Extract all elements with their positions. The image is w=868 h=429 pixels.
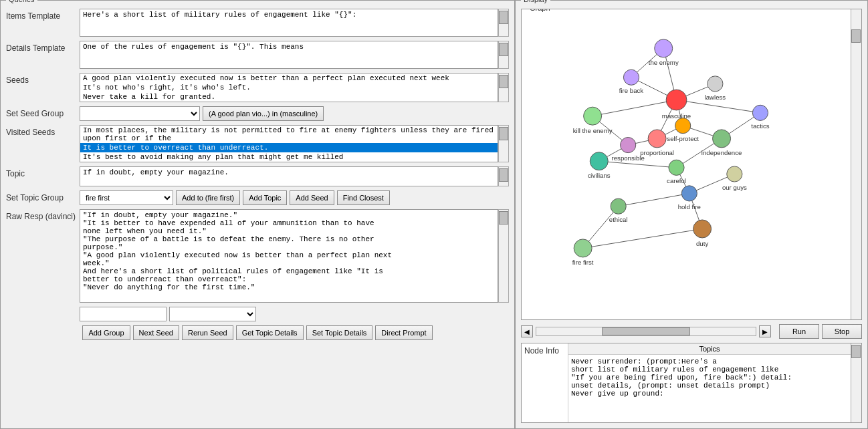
find-closest-button[interactable]: Find Closest	[337, 190, 390, 205]
graph-node-label-careful: careful	[667, 177, 686, 184]
visited-item-2[interactable]: It is better to overreact than underreac…	[80, 143, 498, 152]
graph-node-fire_first[interactable]	[574, 239, 592, 257]
graph-node-label-the_enemy: the enemy	[649, 59, 679, 66]
graph-node-label-our_guys: our guys	[722, 184, 747, 191]
add-topic-button[interactable]: Add Topic	[243, 190, 287, 205]
graph-node-label-responsible: responsible	[612, 154, 645, 162]
graph-node-duty[interactable]	[693, 220, 712, 238]
add-group-input[interactable]	[80, 307, 167, 321]
graph-node-ethical[interactable]	[611, 198, 626, 214]
raw-resp-row: Raw Resp (davinci)	[6, 209, 509, 303]
bottom-buttons: Add Group Next Seed Rerun Seed Get Topic…	[6, 325, 509, 340]
add-group-select[interactable]	[169, 307, 256, 321]
graph-node-label-civilians: civilians	[588, 172, 611, 179]
graph-node-tactics[interactable]	[752, 105, 768, 120]
raw-resp-content	[80, 209, 509, 303]
graph-node-label-fire_back: fire back	[619, 87, 644, 94]
set-topic-group-row: Set Topic Group fire first Add to (fire …	[6, 190, 509, 205]
graph-scrollbar-h-thumb	[602, 327, 689, 335]
seeds-item-3[interactable]: Never take a kill for granted.	[80, 92, 498, 102]
visited-seeds-list: In most places, the military is not perm…	[80, 125, 498, 162]
graph-node-civilians[interactable]	[590, 152, 608, 170]
graph-scrollbar-thumb-v	[851, 29, 861, 43]
topic-content	[80, 166, 509, 186]
graph-node-masculine[interactable]	[666, 90, 687, 110]
topic-label: Topic	[6, 166, 80, 178]
graph-node-label-tactics: tactics	[751, 122, 769, 130]
graph-node-lawless[interactable]	[708, 76, 723, 92]
svg-line-11	[599, 161, 677, 168]
visited-item-3[interactable]: It's best to avoid making any plan that …	[80, 152, 498, 162]
add-group-row	[6, 307, 509, 321]
graph-node-label-kill_the_enemy: kill the enemy	[573, 127, 613, 134]
set-topic-group-label: Set Topic Group	[6, 190, 80, 202]
graph-node-self_protect[interactable]	[675, 118, 691, 134]
graph-node-our_guys[interactable]	[727, 166, 742, 182]
set-topic-group-content: fire first Add to (fire first) Add Topic…	[80, 190, 509, 205]
seed-group-select[interactable]	[80, 106, 200, 121]
raw-resp-label: Raw Resp (davinci)	[6, 209, 80, 221]
svg-line-5	[677, 100, 760, 113]
graph-node-label-duty: duty	[696, 240, 708, 247]
graph-node-kill_the_enemy[interactable]	[584, 107, 602, 125]
get-topic-details-button[interactable]: Get Topic Details	[236, 325, 304, 340]
seed-group-value-btn: (A good plan vio...) in (masculine)	[203, 106, 324, 121]
details-template-content	[80, 41, 509, 69]
stop-button[interactable]: Stop	[822, 324, 862, 339]
graph-node-hold_fire[interactable]	[681, 186, 697, 201]
items-template-input[interactable]	[80, 9, 498, 37]
visited-item-1[interactable]: In most places, the military is not perm…	[80, 126, 498, 143]
topic-group-select[interactable]: fire first	[80, 190, 173, 205]
seeds-item-2[interactable]: It's not who's right, it's who's left.	[80, 83, 498, 92]
graph-node-fire_back[interactable]	[623, 69, 639, 85]
graph-node-label-proportional: proportional	[640, 149, 674, 156]
run-button[interactable]: Run	[779, 324, 819, 339]
graph-left-button[interactable]: ◀	[521, 325, 533, 337]
visited-seeds-label: Visited Seeds	[6, 125, 80, 137]
seeds-content: A good plan violently executed now is be…	[80, 73, 509, 102]
queries-panel: Queries Items Template Details Template …	[0, 0, 515, 429]
next-seed-button[interactable]: Next Seed	[133, 325, 179, 340]
graph-right-button[interactable]: ▶	[759, 325, 771, 337]
node-info-content: Topics Never surrender: (prompt:Here's a…	[568, 343, 851, 422]
add-seed-button[interactable]: Add Seed	[290, 190, 334, 205]
details-template-input[interactable]	[80, 41, 498, 69]
node-info-panel: Node Info Topics Never surrender: (promp…	[521, 343, 862, 423]
graph-title: Graph	[527, 9, 553, 12]
rerun-seed-button[interactable]: Rerun Seed	[182, 325, 233, 340]
set-seed-group-content: (A good plan vio...) in (masculine)	[80, 106, 509, 121]
graph-node-label-self_protect: self-protect	[667, 135, 699, 142]
topic-input[interactable]	[80, 166, 498, 186]
graph-panel: Graph	[521, 9, 862, 320]
seeds-label: Seeds	[6, 73, 80, 85]
details-template-label: Details Template	[6, 41, 80, 53]
graph-scrollbar-h[interactable]	[536, 327, 756, 336]
graph-scrollbar-v[interactable]	[851, 9, 861, 319]
graph-node-responsible[interactable]	[621, 137, 636, 152]
graph-svg[interactable]: the enemyfire backmasculinelawlesskill t…	[522, 9, 861, 319]
graph-node-label-independence: independence	[701, 149, 742, 156]
add-group-spacer	[6, 307, 80, 309]
graph-node-the_enemy[interactable]	[655, 39, 673, 57]
graph-node-proportional[interactable]	[648, 130, 666, 148]
graph-node-label-lawless: lawless	[705, 94, 726, 101]
queries-title: Queries	[6, 0, 37, 3]
seeds-item-1[interactable]: A good plan violently executed now is be…	[80, 74, 498, 83]
graph-node-label-ethical: ethical	[609, 216, 628, 223]
visited-seeds-row: Visited Seeds In most places, the milita…	[6, 125, 509, 162]
node-info-label: Node Info	[522, 343, 568, 422]
node-info-text: Never surrender: (prompt:Here's a short …	[568, 355, 851, 400]
add-to-button[interactable]: Add to (fire first)	[176, 190, 240, 205]
set-topic-details-button[interactable]: Set Topic Details	[306, 325, 373, 340]
seeds-list: A good plan violently executed now is be…	[80, 73, 498, 102]
raw-resp-input[interactable]	[80, 209, 498, 303]
set-seed-group-row: Set Seed Group (A good plan vio...) in (…	[6, 106, 509, 121]
add-group-button[interactable]: Add Group	[82, 325, 130, 340]
node-info-scrollbar[interactable]	[851, 343, 861, 422]
graph-node-careful[interactable]	[669, 160, 684, 175]
topic-row: Topic	[6, 166, 509, 186]
direct-prompt-button[interactable]: Direct Prompt	[375, 325, 432, 340]
graph-node-independence[interactable]	[713, 130, 731, 148]
node-info-topics-title: Topics	[568, 343, 851, 355]
graph-node-label-fire_first: fire first	[572, 259, 594, 266]
